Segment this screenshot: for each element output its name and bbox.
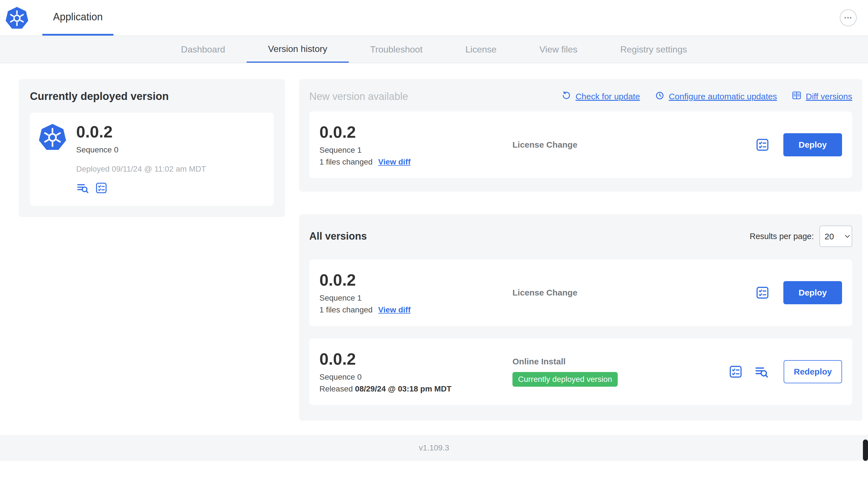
app-icon <box>39 123 66 195</box>
more-options-button[interactable]: ••• <box>840 9 857 26</box>
tab-view-files[interactable]: View files <box>518 36 599 63</box>
tab-troubleshoot[interactable]: Troubleshoot <box>349 36 444 63</box>
app-header: Application ••• <box>0 0 868 36</box>
version-config-button[interactable] <box>728 364 743 379</box>
checklist-icon <box>755 285 770 300</box>
main-content: Currently deployed version 0.0.2 Sequenc… <box>0 63 868 435</box>
tab-application[interactable]: Application <box>42 0 114 35</box>
kubernetes-logo <box>6 0 28 35</box>
current-version-number: 0.0.2 <box>76 123 206 141</box>
ellipsis-icon: ••• <box>844 14 852 22</box>
check-for-update-link[interactable]: Check for update <box>561 90 640 102</box>
refresh-icon <box>561 90 571 102</box>
tab-version-history[interactable]: Version history <box>247 36 349 63</box>
tab-registry-settings[interactable]: Registry settings <box>599 36 709 63</box>
app-footer: v1.109.3 <box>0 435 868 461</box>
tab-dashboard[interactable]: Dashboard <box>159 36 247 63</box>
clock-icon <box>655 90 665 102</box>
currently-deployed-card: Currently deployed version 0.0.2 Sequenc… <box>19 79 285 217</box>
version-number: 0.0.2 <box>319 123 513 141</box>
current-sequence: Sequence 0 <box>76 145 206 154</box>
sub-navigation: Dashboard Version history Troubleshoot L… <box>0 36 868 63</box>
view-logs-button[interactable] <box>754 364 769 379</box>
version-number: 0.0.2 <box>319 271 513 289</box>
files-changed-label: 1 files changed <box>319 305 372 315</box>
diff-icon <box>792 90 802 102</box>
version-sequence: Sequence 1 <box>319 294 513 303</box>
current-deployed-timestamp: Deployed 09/11/24 @ 11:02 am MDT <box>76 165 206 174</box>
version-sequence: Sequence 0 <box>319 372 513 382</box>
version-row: 0.0.2 Sequence 1 1 files changed View di… <box>309 259 852 326</box>
version-row: 0.0.2 Sequence 0 Released 08/29/24 @ 03:… <box>309 338 852 405</box>
deploy-button[interactable]: Deploy <box>783 133 842 156</box>
app-tab-label: Application <box>53 11 103 23</box>
version-source-label: Online Install <box>513 357 728 366</box>
diff-versions-link[interactable]: Diff versions <box>792 90 852 102</box>
configure-automatic-updates-label: Configure automatic updates <box>669 92 777 101</box>
new-version-title: New version available <box>309 91 408 102</box>
results-per-page-label: Results per page: <box>750 232 814 241</box>
results-per-page-select[interactable]: 20 <box>819 226 852 247</box>
currently-deployed-version-card: 0.0.2 Sequence 0 Deployed 09/11/24 @ 11:… <box>30 113 274 206</box>
currently-deployed-title: Currently deployed version <box>30 90 274 102</box>
checklist-icon <box>728 364 743 379</box>
logs-icon <box>76 181 89 195</box>
deploy-button[interactable]: Deploy <box>783 281 842 304</box>
scrollbar-thumb[interactable] <box>863 440 868 461</box>
console-version-label: v1.109.3 <box>419 443 449 452</box>
version-config-button[interactable] <box>755 138 770 152</box>
version-source-label: License Change <box>513 288 755 297</box>
redeploy-button[interactable]: Redeploy <box>784 360 842 383</box>
new-version-row: 0.0.2 Sequence 1 1 files changed View di… <box>309 112 852 178</box>
released-date: 08/29/24 @ 03:18 pm MDT <box>355 384 452 393</box>
checklist-icon <box>755 138 770 152</box>
logs-icon <box>754 364 769 379</box>
view-logs-button[interactable] <box>76 181 89 195</box>
version-source-label: License Change <box>513 140 755 150</box>
tab-license[interactable]: License <box>444 36 518 63</box>
version-config-button[interactable] <box>755 285 770 300</box>
diff-versions-label: Diff versions <box>806 92 852 101</box>
version-config-button[interactable] <box>95 181 108 195</box>
files-changed-label: 1 files changed <box>319 157 372 167</box>
version-number: 0.0.2 <box>319 350 513 368</box>
version-sequence: Sequence 1 <box>319 146 513 155</box>
configure-automatic-updates-link[interactable]: Configure automatic updates <box>655 90 777 102</box>
new-version-card: New version available Check for update C… <box>299 79 862 192</box>
check-for-update-label: Check for update <box>576 92 640 101</box>
checklist-icon <box>95 181 108 195</box>
view-diff-link[interactable]: View diff <box>378 157 410 167</box>
currently-deployed-badge: Currently deployed version <box>513 372 618 387</box>
view-diff-link[interactable]: View diff <box>378 305 410 315</box>
all-versions-title: All versions <box>309 230 367 242</box>
released-label: Released <box>319 384 353 393</box>
all-versions-card: All versions Results per page: 20 0.0.2 … <box>299 214 862 421</box>
